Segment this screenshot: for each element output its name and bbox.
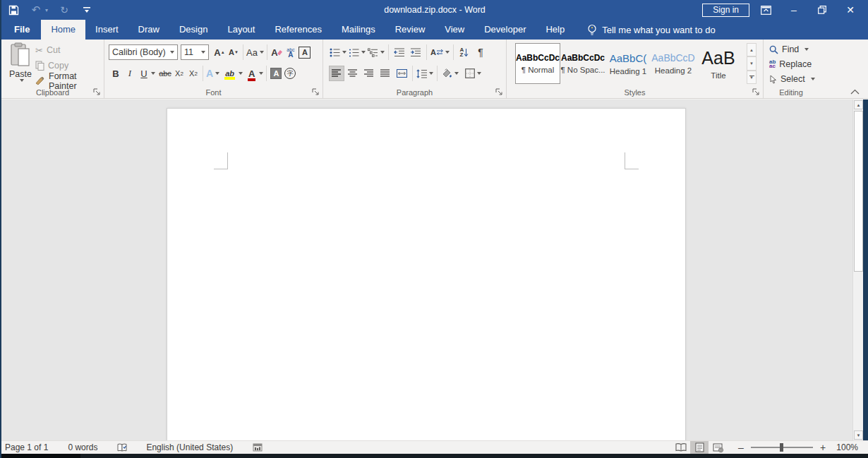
- strikethrough-button[interactable]: abc: [158, 66, 172, 81]
- tab-draw[interactable]: Draw: [128, 20, 169, 40]
- format-painter-button[interactable]: Format Painter: [35, 75, 104, 88]
- clipboard-dialog-launcher[interactable]: [93, 88, 101, 96]
- vertical-scrollbar[interactable]: ▲ ▼: [852, 100, 863, 440]
- font-dialog-launcher[interactable]: [312, 88, 320, 96]
- styles-more-icon[interactable]: ▼: [747, 71, 757, 84]
- language-indicator[interactable]: English (United States): [139, 441, 240, 454]
- tab-home[interactable]: Home: [41, 20, 85, 40]
- clipboard-commands: ✂ Cut Copy Format Painter: [35, 44, 104, 88]
- grow-font-button[interactable]: A▲: [212, 44, 227, 60]
- style-heading-2[interactable]: AaBbCcD Heading 2: [651, 43, 696, 84]
- minimize-button[interactable]: –: [782, 1, 806, 19]
- font-color-button[interactable]: A: [248, 66, 264, 81]
- tab-references[interactable]: References: [265, 20, 331, 40]
- shrink-font-button[interactable]: A▼: [227, 44, 241, 60]
- copy-button[interactable]: Copy: [35, 59, 104, 72]
- underline-caret-icon[interactable]: [151, 72, 155, 75]
- undo-icon[interactable]: ↶: [30, 2, 42, 18]
- tab-design[interactable]: Design: [169, 20, 217, 40]
- paste-button[interactable]: Paste: [6, 42, 35, 90]
- word-count[interactable]: 0 words: [61, 441, 104, 454]
- scroll-up-icon[interactable]: ▲: [854, 100, 863, 109]
- page-indicator[interactable]: Page 1 of 1: [1, 441, 55, 454]
- read-mode-button[interactable]: [672, 441, 690, 454]
- distribute-button[interactable]: [394, 66, 409, 81]
- document-page[interactable]: [167, 108, 686, 440]
- cut-button[interactable]: ✂ Cut: [35, 44, 104, 56]
- zoom-out-button[interactable]: –: [737, 442, 745, 453]
- font-name-select[interactable]: Calibri (Body): [109, 44, 178, 60]
- tab-developer[interactable]: Developer: [474, 20, 536, 40]
- collapse-ribbon-button[interactable]: [848, 87, 861, 97]
- style-normal[interactable]: AaBbCcDc ¶ Normal: [515, 43, 560, 84]
- increase-indent-button[interactable]: [408, 44, 423, 60]
- redo-icon[interactable]: ↻: [58, 2, 71, 18]
- macro-record-icon[interactable]: [246, 441, 270, 454]
- show-hide-marks-button[interactable]: ¶: [473, 44, 488, 60]
- borders-button[interactable]: [464, 66, 482, 81]
- align-left-button[interactable]: [329, 66, 344, 81]
- document-area[interactable]: ▲ ▼: [1, 100, 868, 440]
- tab-view[interactable]: View: [435, 20, 474, 40]
- clear-formatting-button[interactable]: A: [270, 44, 284, 60]
- justify-button[interactable]: [378, 66, 393, 81]
- styles-scroll-up-icon[interactable]: ▲: [747, 43, 757, 56]
- web-layout-button[interactable]: [709, 441, 727, 454]
- sign-in-button[interactable]: Sign in: [702, 4, 749, 17]
- align-right-button[interactable]: [361, 66, 377, 81]
- replace-button[interactable]: ab ac Replace: [769, 58, 815, 71]
- restore-icon[interactable]: [810, 1, 834, 19]
- numbering-button[interactable]: [348, 44, 366, 60]
- style-no-spacing[interactable]: AaBbCcDc ¶ No Spac...: [560, 43, 605, 84]
- shading-button[interactable]: [440, 66, 459, 81]
- zoom-slider[interactable]: [751, 443, 813, 452]
- decrease-indent-button[interactable]: [392, 44, 407, 60]
- change-case-button[interactable]: Aa: [246, 44, 265, 60]
- tab-mailings[interactable]: Mailings: [332, 20, 385, 40]
- asian-layout-button[interactable]: A: [430, 44, 450, 60]
- styles-scroll-down-icon[interactable]: ▼: [747, 56, 757, 70]
- underline-button[interactable]: U: [137, 66, 151, 81]
- save-icon[interactable]: [7, 2, 20, 18]
- ribbon-display-options-icon[interactable]: [754, 1, 778, 19]
- zoom-slider-handle[interactable]: [780, 443, 783, 452]
- phonetic-guide-button[interactable]: abc A: [284, 44, 298, 60]
- italic-button[interactable]: I: [123, 66, 137, 81]
- tab-insert[interactable]: Insert: [85, 20, 128, 40]
- zoom-level[interactable]: 100%: [833, 442, 858, 452]
- font-size-select[interactable]: 11: [181, 44, 209, 60]
- scrollbar-thumb[interactable]: [854, 111, 863, 272]
- tab-review[interactable]: Review: [385, 20, 435, 40]
- multilevel-list-button[interactable]: [367, 44, 385, 60]
- enclose-characters-button[interactable]: 字: [283, 66, 297, 81]
- zoom-in-button[interactable]: +: [819, 442, 827, 453]
- tell-me-box[interactable]: Tell me what you want to do: [587, 24, 715, 40]
- bold-button[interactable]: B: [109, 66, 123, 81]
- qat-customize-icon[interactable]: [80, 2, 93, 18]
- divider: [266, 66, 267, 81]
- sort-button[interactable]: AZ: [457, 44, 472, 60]
- character-shading-button[interactable]: A: [269, 66, 283, 81]
- bullets-button[interactable]: [329, 44, 347, 60]
- style-heading-1[interactable]: AaBbC( Heading 1: [605, 43, 651, 84]
- align-center-button[interactable]: [345, 66, 361, 81]
- print-layout-button[interactable]: [690, 441, 709, 454]
- tab-help[interactable]: Help: [536, 20, 574, 40]
- text-highlight-button[interactable]: ab: [224, 66, 243, 81]
- scroll-down-icon[interactable]: ▼: [854, 430, 863, 440]
- select-button[interactable]: Select: [769, 73, 815, 85]
- tab-layout[interactable]: Layout: [217, 20, 265, 40]
- text-effects-button[interactable]: A: [205, 66, 220, 81]
- style-title[interactable]: AaB Title: [696, 43, 741, 84]
- superscript-button[interactable]: X2: [186, 66, 200, 81]
- subscript-button[interactable]: X2: [172, 66, 186, 81]
- close-button[interactable]: ✕: [838, 1, 862, 19]
- tab-file[interactable]: File: [3, 20, 41, 40]
- styles-dialog-launcher[interactable]: [752, 88, 760, 96]
- undo-caret-icon[interactable]: ▾: [45, 7, 48, 13]
- find-button[interactable]: Find: [769, 43, 815, 56]
- proofing-icon[interactable]: [110, 441, 135, 454]
- character-border-button[interactable]: A: [298, 44, 312, 60]
- line-spacing-button[interactable]: [416, 66, 434, 81]
- paragraph-dialog-launcher[interactable]: [495, 88, 503, 96]
